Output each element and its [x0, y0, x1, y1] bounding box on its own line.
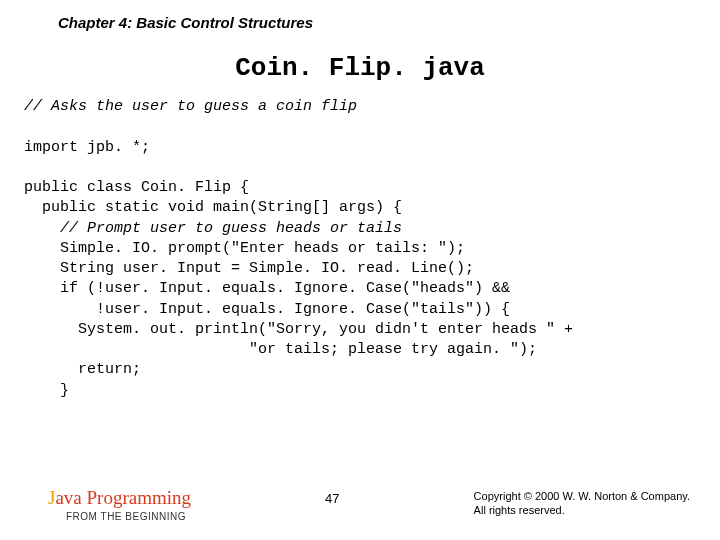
chapter-header: Chapter 4: Basic Control Structures	[0, 0, 720, 31]
code-block: // Asks the user to guess a coin flip im…	[0, 83, 720, 401]
footer: Java Programming FROM THE BEGINNING 47 C…	[0, 487, 720, 522]
code-line: public static void main(String[] args) {	[24, 199, 402, 216]
code-line: String user. Input = Simple. IO. read. L…	[24, 260, 474, 277]
book-subtitle: FROM THE BEGINNING	[48, 511, 191, 522]
book-title: Java Programming	[48, 487, 191, 509]
code-line: return;	[24, 361, 141, 378]
page-number: 47	[191, 487, 474, 506]
code-line: // Asks the user to guess a coin flip	[24, 98, 357, 115]
code-line: import jpb. *;	[24, 139, 150, 156]
slide-title: Coin. Flip. java	[0, 53, 720, 83]
code-line: // Prompt user to guess heads or tails	[24, 220, 402, 237]
code-line: "or tails; please try again. ");	[24, 341, 537, 358]
footer-left: Java Programming FROM THE BEGINNING	[0, 487, 191, 522]
code-line: !user. Input. equals. Ignore. Case("tail…	[24, 301, 510, 318]
code-line: System. out. println("Sorry, you didn't …	[24, 321, 573, 338]
code-line: if (!user. Input. equals. Ignore. Case("…	[24, 280, 510, 297]
copyright: Copyright © 2000 W. W. Norton & Company.…	[474, 487, 720, 518]
copyright-line: Copyright © 2000 W. W. Norton & Company.	[474, 489, 690, 503]
code-line: Simple. IO. prompt("Enter heads or tails…	[24, 240, 465, 257]
copyright-line: All rights reserved.	[474, 503, 690, 517]
code-line: public class Coin. Flip {	[24, 179, 249, 196]
book-title-rest: ava Programming	[55, 487, 191, 508]
code-line: }	[24, 382, 69, 399]
